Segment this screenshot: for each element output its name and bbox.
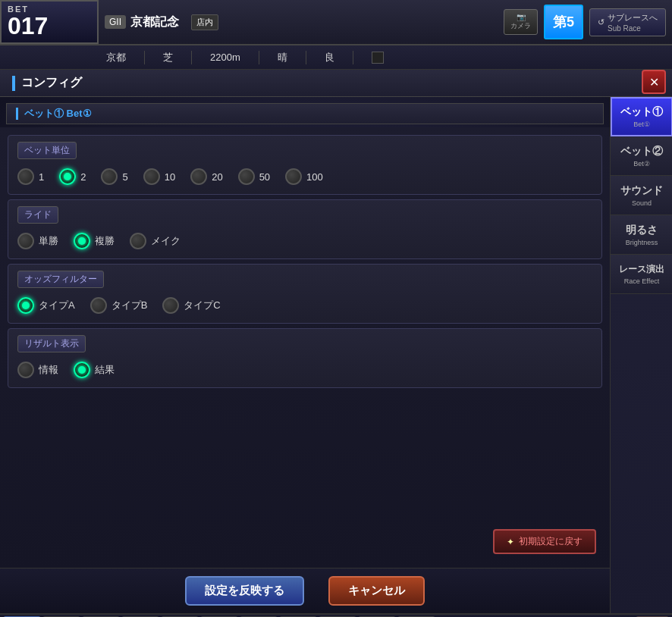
surface: 芝 (163, 51, 173, 64)
radio-tansho-label: 単勝 (39, 234, 58, 248)
config-inner-panel: ベット単位 1 2 (0, 127, 610, 568)
result-display-label: リザルト表示 (17, 335, 86, 352)
sidebar-race-effect-jp: レース演出 (619, 263, 664, 276)
bet-unit-5[interactable]: 5 (101, 168, 127, 185)
next-button[interactable]: 第5 (544, 5, 583, 39)
bottom-nav: ☰ 情報 ◻ 単・複 ⊞ 枠連 ⊡ 馬連 ⊟ 馬単 ≡≡≡ ワイド ⊞⊞ 3連複 (0, 613, 672, 617)
close-icon: ✕ (649, 75, 659, 89)
sidebar-sound[interactable]: サウンド Sound (611, 176, 672, 215)
weather: 晴 (278, 51, 287, 64)
bet-badge: BET 017 (0, 0, 99, 44)
reset-area: ✦ 初期設定に戻す (8, 393, 602, 560)
result-display-radio-row: 情報 結果 (17, 359, 592, 381)
reset-button[interactable]: ✦ 初期設定に戻す (493, 529, 596, 554)
bet-unit-section: ベット単位 1 2 (8, 135, 602, 195)
radio-typec-outer (162, 297, 179, 314)
bottom-actions: 設定を反映する キャンセル (0, 568, 610, 613)
radio-kekka-label: 結果 (95, 363, 115, 377)
ride-tansho[interactable]: 単勝 (17, 233, 58, 249)
sidebar-race-effect-en: Race Effect (624, 277, 659, 285)
cancel-button[interactable]: キャンセル (328, 576, 425, 606)
location: 京都 (106, 51, 126, 64)
sidebar-sound-jp: サウンド (620, 184, 663, 198)
result-display-section: リザルト表示 情報 結果 (8, 328, 602, 388)
sidebar-bet2[interactable]: ベット② Bet② (611, 136, 672, 176)
radio-typeb-outer (90, 297, 107, 314)
radio-20-outer (190, 168, 207, 185)
sidebar-bet1[interactable]: ベット① Bet① (611, 97, 672, 136)
radio-10-outer (143, 168, 160, 185)
odds-filter-label: オッズフィルター (17, 271, 104, 288)
bet-unit-100[interactable]: 100 (285, 168, 323, 185)
close-button[interactable]: ✕ (642, 70, 666, 94)
ride-fukusho[interactable]: 複勝 (74, 233, 115, 249)
radio-kekka-inner (78, 366, 86, 374)
apply-button[interactable]: 設定を反映する (185, 576, 304, 606)
radio-1-label: 1 (39, 171, 44, 183)
bet-unit-2[interactable]: 2 (59, 168, 86, 185)
ride-label: ライド (17, 206, 58, 224)
radio-10-label: 10 (165, 171, 175, 183)
bet-unit-10[interactable]: 10 (143, 168, 175, 185)
odds-type-a[interactable]: タイプA (17, 297, 75, 314)
sidebar-bet2-jp: ベット② (620, 145, 663, 158)
bet-unit-20[interactable]: 20 (190, 168, 222, 185)
reset-label: 初期設定に戻す (519, 535, 583, 548)
sidebar-race-effect[interactable]: レース演出 Race Effect (611, 255, 672, 294)
radio-1-outer (17, 168, 34, 185)
sidebar-brightness-en: Brightness (626, 239, 658, 246)
radio-typea-label: タイプA (39, 299, 75, 312)
radio-50-outer (238, 168, 255, 185)
race-details-row: 京都 芝 2200m 晴 良 (0, 45, 672, 70)
camera-button[interactable]: 📷 カメラ (504, 9, 538, 35)
sidebar-bet1-en: Bet① (633, 121, 650, 128)
content-area: ベット① Bet① ベット単位 1 (0, 97, 672, 613)
radio-fukusho-label: 複勝 (95, 234, 115, 248)
bet-unit-radio-row: 1 2 5 (17, 165, 592, 188)
radio-50-label: 50 (259, 171, 270, 183)
distance: 2200m (210, 52, 240, 63)
left-content: ベット① Bet① ベット単位 1 (0, 97, 610, 613)
header-right: 📷 カメラ 第5 ↺ サブレースへSub Race (504, 5, 666, 39)
sidebar-brightness[interactable]: 明るさ Brightness (611, 215, 672, 255)
panel-header-text: ベット① Bet① (24, 107, 92, 121)
config-title-bar: コンフィグ (0, 70, 672, 97)
radio-2-outer (59, 168, 76, 185)
odds-type-b[interactable]: タイプB (90, 297, 148, 314)
sub-race-icon: ↺ (598, 17, 604, 27)
config-title: コンフィグ (21, 75, 82, 91)
title-accent (12, 76, 15, 91)
radio-20-label: 20 (212, 171, 222, 183)
next-label: 第5 (553, 13, 574, 31)
result-kekka[interactable]: 結果 (74, 362, 115, 378)
sidebar: ベット① Bet① ベット② Bet② サウンド Sound 明るさ Brigh… (610, 97, 672, 613)
ride-section: ライド 単勝 複勝 (8, 199, 602, 259)
result-info[interactable]: 情報 (17, 362, 58, 378)
condition: 良 (325, 51, 334, 64)
sub-race-button[interactable]: ↺ サブレースへSub Race (589, 8, 666, 36)
radio-2-inner (64, 173, 71, 180)
radio-fukusho-outer (74, 233, 90, 249)
sidebar-brightness-jp: 明るさ (626, 224, 658, 237)
checkbox-icon (372, 52, 384, 64)
sub-race-label: サブレースへSub Race (608, 12, 658, 33)
venue-tag: 店内 (191, 14, 218, 30)
radio-100-label: 100 (306, 171, 323, 183)
odds-filter-radio-row: タイプA タイプB タイプC (17, 294, 592, 317)
radio-info-outer (17, 362, 34, 378)
radio-typea-inner (22, 302, 30, 309)
radio-2-label: 2 (80, 171, 86, 183)
radio-100-outer (285, 168, 302, 185)
bet-unit-1[interactable]: 1 (17, 168, 44, 185)
bet-number: 017 (8, 14, 48, 38)
odds-type-c[interactable]: タイプC (162, 297, 220, 314)
app-wrapper: BET 017 GII 京都記念 店内 📷 カメラ 第5 ↺ サブレースへSub… (0, 0, 672, 617)
bet-unit-label: ベット単位 (17, 142, 77, 159)
sparkle-icon: ✦ (507, 537, 514, 547)
radio-info-label: 情報 (39, 363, 58, 377)
sidebar-bet1-jp: ベット① (620, 105, 663, 119)
bet-unit-50[interactable]: 50 (238, 168, 270, 185)
radio-make-outer (130, 233, 146, 249)
sidebar-bet2-en: Bet② (633, 160, 650, 168)
ride-make[interactable]: メイク (130, 233, 181, 249)
